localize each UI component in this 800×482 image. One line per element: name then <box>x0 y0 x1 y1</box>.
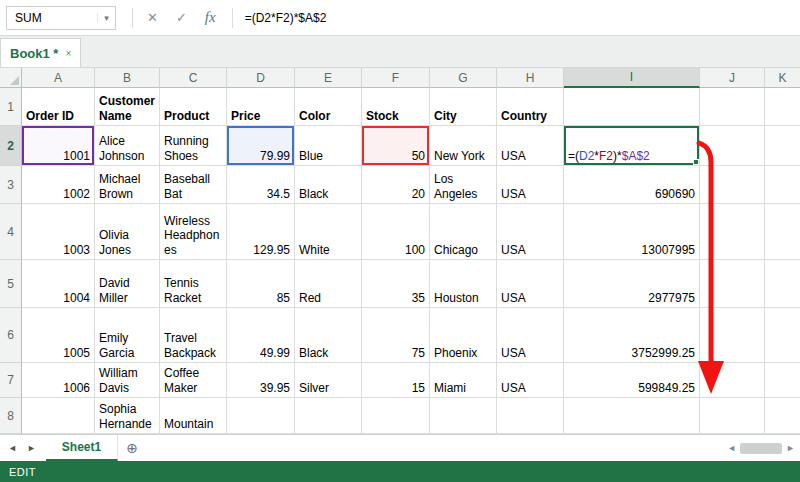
cell-E2[interactable]: Blue <box>295 126 362 166</box>
cell-J4[interactable] <box>700 204 765 260</box>
cell-J6[interactable] <box>700 308 765 363</box>
cell-F2[interactable]: 50 <box>362 126 430 166</box>
cell-B8[interactable]: Sophia Hernande <box>95 398 160 434</box>
row-header-3[interactable]: 3 <box>0 166 22 204</box>
cell-E6[interactable]: Black <box>295 308 362 363</box>
sheet-nav-right-icon[interactable]: ► <box>27 443 36 453</box>
cell-C6[interactable]: Travel Backpack <box>160 308 227 363</box>
cell-H3[interactable]: USA <box>497 166 564 204</box>
cell-B3[interactable]: Michael Brown <box>95 166 160 204</box>
cell-F6[interactable]: 75 <box>362 308 430 363</box>
cell-K5[interactable] <box>765 260 800 308</box>
add-sheet-button[interactable]: ⊕ <box>118 435 146 461</box>
column-header-K[interactable]: K <box>765 68 800 88</box>
column-header-B[interactable]: B <box>95 68 160 88</box>
cell-K6[interactable] <box>765 308 800 363</box>
cell-E3[interactable]: Black <box>295 166 362 204</box>
cell-G2[interactable]: New York <box>430 126 497 166</box>
cell-H2[interactable]: USA <box>497 126 564 166</box>
cell-D8[interactable] <box>227 398 295 434</box>
cell-I1[interactable] <box>564 88 700 126</box>
column-header-C[interactable]: C <box>160 68 227 88</box>
cell-B2[interactable]: Alice Johnson <box>95 126 160 166</box>
cell-G8[interactable] <box>430 398 497 434</box>
cell-H7[interactable]: USA <box>497 363 564 398</box>
enter-icon[interactable]: ✓ <box>176 10 187 25</box>
cell-I4[interactable]: 13007995 <box>564 204 700 260</box>
cell-H1[interactable]: Country <box>497 88 564 126</box>
cell-F5[interactable]: 35 <box>362 260 430 308</box>
cell-I7[interactable]: 599849.25 <box>564 363 700 398</box>
cell-I8[interactable] <box>564 398 700 434</box>
cell-K3[interactable] <box>765 166 800 204</box>
column-header-F[interactable]: F <box>362 68 430 88</box>
name-box[interactable]: SUM ▾ <box>6 6 116 30</box>
sheet-nav-left-icon[interactable]: ◄ <box>8 443 17 453</box>
cell-D4[interactable]: 129.95 <box>227 204 295 260</box>
cell-D2[interactable]: 79.99 <box>227 126 295 166</box>
cell-F4[interactable]: 100 <box>362 204 430 260</box>
cell-G3[interactable]: Los Angeles <box>430 166 497 204</box>
cell-J2[interactable] <box>700 126 765 166</box>
horizontal-scrollbar[interactable]: ◄ ► <box>727 435 800 461</box>
cell-K7[interactable] <box>765 363 800 398</box>
cell-C4[interactable]: Wireless Headphones <box>160 204 227 260</box>
cell-G6[interactable]: Phoenix <box>430 308 497 363</box>
cell-I2[interactable]: =(D2*F2)*$A$2 <box>564 126 700 166</box>
cell-K2[interactable] <box>765 126 800 166</box>
cell-F1[interactable]: Stock <box>362 88 430 126</box>
row-header-1[interactable]: 1 <box>0 88 22 126</box>
cell-A6[interactable]: 1005 <box>22 308 95 363</box>
cell-I3[interactable]: 690690 <box>564 166 700 204</box>
select-all-button[interactable] <box>0 68 22 88</box>
cell-B1[interactable]: Customer Name <box>95 88 160 126</box>
column-header-E[interactable]: E <box>295 68 362 88</box>
scrollbar-thumb[interactable] <box>740 443 782 454</box>
cell-H8[interactable] <box>497 398 564 434</box>
cell-B7[interactable]: William Davis <box>95 363 160 398</box>
cell-F3[interactable]: 20 <box>362 166 430 204</box>
row-header-2[interactable]: 2 <box>0 126 22 166</box>
cell-H6[interactable]: USA <box>497 308 564 363</box>
cell-A3[interactable]: 1002 <box>22 166 95 204</box>
cell-E1[interactable]: Color <box>295 88 362 126</box>
row-header-5[interactable]: 5 <box>0 260 22 308</box>
column-header-D[interactable]: D <box>227 68 295 88</box>
insert-function-icon[interactable]: fx <box>205 9 216 26</box>
cell-B5[interactable]: David Miller <box>95 260 160 308</box>
cell-G4[interactable]: Chicago <box>430 204 497 260</box>
row-header-6[interactable]: 6 <box>0 308 22 363</box>
workbook-tab[interactable]: Book1 * × <box>0 38 81 67</box>
cell-J7[interactable] <box>700 363 765 398</box>
cell-D7[interactable]: 39.95 <box>227 363 295 398</box>
sheet-tab-sheet1[interactable]: Sheet1 <box>46 435 118 461</box>
column-header-I[interactable]: I <box>564 68 700 88</box>
cell-B4[interactable]: Olivia Jones <box>95 204 160 260</box>
cell-H5[interactable]: USA <box>497 260 564 308</box>
row-header-4[interactable]: 4 <box>0 204 22 260</box>
cell-C7[interactable]: Coffee Maker <box>160 363 227 398</box>
cell-A2[interactable]: 1001 <box>22 126 95 166</box>
cell-I5[interactable]: 2977975 <box>564 260 700 308</box>
cell-D6[interactable]: 49.99 <box>227 308 295 363</box>
cell-A1[interactable]: Order ID <box>22 88 95 126</box>
cell-C8[interactable]: Mountain <box>160 398 227 434</box>
scroll-right-icon[interactable]: ► <box>786 443 795 453</box>
cell-C2[interactable]: Running Shoes <box>160 126 227 166</box>
cell-B6[interactable]: Emily Garcia <box>95 308 160 363</box>
cell-F7[interactable]: 15 <box>362 363 430 398</box>
cell-J5[interactable] <box>700 260 765 308</box>
cell-J1[interactable] <box>700 88 765 126</box>
column-header-A[interactable]: A <box>22 68 95 88</box>
formula-bar-input[interactable]: =(D2*F2)*$A$2 <box>245 11 800 25</box>
cancel-icon[interactable]: ✕ <box>147 10 158 25</box>
cell-J3[interactable] <box>700 166 765 204</box>
cell-A7[interactable]: 1006 <box>22 363 95 398</box>
cell-A8[interactable] <box>22 398 95 434</box>
cell-D3[interactable]: 34.5 <box>227 166 295 204</box>
cell-K8[interactable] <box>765 398 800 434</box>
name-box-dropdown-icon[interactable]: ▾ <box>97 13 115 23</box>
cell-C5[interactable]: Tennis Racket <box>160 260 227 308</box>
cell-J8[interactable] <box>700 398 765 434</box>
row-header-8[interactable]: 8 <box>0 398 22 434</box>
